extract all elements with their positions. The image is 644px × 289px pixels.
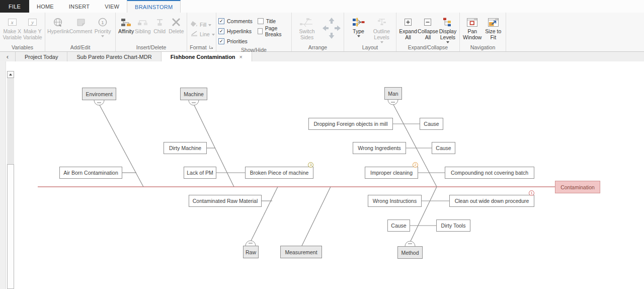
checkbox-label: Comments bbox=[227, 18, 253, 24]
close-tab-icon[interactable]: × bbox=[239, 54, 243, 60]
fishbone-category-raw[interactable]: Raw bbox=[243, 246, 259, 258]
collapse-indicator-enviroment bbox=[94, 100, 104, 105]
tab-view[interactable]: VIEW bbox=[97, 0, 127, 13]
make-y-variable-button[interactable]: y Make Y Variable bbox=[23, 15, 43, 40]
tab-brainstorm[interactable]: BRAINSTORM bbox=[127, 0, 181, 13]
display-levels-button[interactable]: Display Levels bbox=[438, 15, 457, 43]
fishbone-cause-dirty-machine[interactable]: Dirty Machine bbox=[164, 142, 207, 154]
dropdown-caret-icon bbox=[208, 24, 211, 26]
group-add-edit: Hyperlink Comment 1 Priority Add/Edit bbox=[45, 13, 116, 51]
arrow-down-icon bbox=[329, 33, 335, 39]
fishbone-type-icon bbox=[352, 16, 365, 28]
doc-tab-sub-pareto[interactable]: Sub Pareto Pareto Chart-MDR bbox=[67, 52, 161, 61]
fishbone-cause-contaminated-raw-material[interactable]: Contaminated Raw Material bbox=[189, 195, 262, 207]
fishbone-canvas[interactable]: Enviroment Machine Man Raw Measurement M… bbox=[0, 61, 644, 289]
tab-home[interactable]: HOME bbox=[29, 0, 61, 13]
svg-text:1: 1 bbox=[101, 20, 104, 25]
comment-button[interactable]: Comment bbox=[69, 15, 93, 34]
page-breaks-checkbox[interactable]: Page Breaks bbox=[258, 26, 289, 36]
child-icon bbox=[155, 16, 164, 28]
fishbone-cause-method-cause[interactable]: Cause bbox=[387, 220, 410, 232]
dropdown-caret-icon bbox=[212, 34, 215, 36]
checkbox-label: Title bbox=[266, 18, 276, 24]
fishbone-category-measurement[interactable]: Measurement bbox=[280, 246, 322, 258]
doc-tab-project-today[interactable]: Project Today bbox=[15, 52, 67, 61]
button-label: Pan Window bbox=[462, 28, 483, 40]
fishbone-cause-wrong-instructions[interactable]: Wrong Instructions bbox=[368, 195, 422, 207]
checkbox-box bbox=[258, 28, 263, 34]
comments-checkbox[interactable]: Comments bbox=[218, 16, 253, 26]
group-label-add-edit: Add/Edit bbox=[45, 43, 115, 51]
make-x-variable-button[interactable]: x Make X Variable bbox=[2, 15, 23, 40]
fishbone-cause-broken-piece[interactable]: Broken Piece of machine bbox=[245, 167, 313, 179]
affinity-icon bbox=[120, 16, 132, 28]
button-label: Affinity bbox=[118, 28, 134, 34]
button-label: Hyperlink bbox=[47, 28, 69, 34]
line-button[interactable]: Line bbox=[189, 29, 216, 39]
doc-tab-label: Fishbone Contamination bbox=[171, 54, 235, 60]
size-to-fit-button[interactable]: Size to Fit bbox=[483, 15, 504, 40]
line-style-icon bbox=[191, 30, 198, 38]
priority-button[interactable]: 1 Priority bbox=[92, 15, 113, 37]
expand-plus-icon bbox=[404, 16, 413, 28]
type-button[interactable]: Type bbox=[347, 15, 370, 37]
doc-tabs-spacer bbox=[252, 52, 644, 61]
ribbon-spacer bbox=[506, 13, 644, 51]
priorities-checkbox[interactable]: Priorities bbox=[218, 36, 253, 46]
expand-all-button[interactable]: Expand All bbox=[398, 15, 418, 40]
fishbone-category-method[interactable]: Method bbox=[397, 246, 423, 259]
group-label-expand-collapse: Expand/Collapse bbox=[396, 43, 459, 51]
hyperlinks-checkbox[interactable]: Hyperlinks bbox=[218, 26, 253, 36]
button-label: Size to Fit bbox=[483, 28, 504, 40]
collapse-all-button[interactable]: Collapse All bbox=[418, 15, 438, 40]
tab-file[interactable]: FILE bbox=[0, 0, 29, 13]
sibling-button[interactable]: Sibling bbox=[134, 15, 151, 34]
switch-sides-button[interactable]: Switch Sides bbox=[294, 15, 320, 40]
button-label: Make Y Variable bbox=[23, 28, 43, 40]
tab-insert[interactable]: INSERT bbox=[61, 0, 97, 13]
fishbone-cause-man-cause-2[interactable]: Cause bbox=[432, 142, 455, 154]
dropdown-caret-icon bbox=[357, 35, 360, 37]
delete-button[interactable]: Delete bbox=[168, 15, 185, 34]
pan-window-icon bbox=[466, 16, 478, 28]
fill-button[interactable]: Fill bbox=[189, 20, 213, 29]
fishbone-category-man[interactable]: Man bbox=[384, 87, 402, 100]
fishbone-cause-man-cause-1[interactable]: Cause bbox=[420, 118, 443, 130]
button-label: Collapse All bbox=[418, 28, 438, 40]
fishbone-effect-contamination[interactable]: Contamination bbox=[555, 181, 600, 193]
group-insert-delete: Affinity Sibling Child Delete I bbox=[116, 13, 187, 51]
group-variables: x Make X Variable y Make Y Variable Vari… bbox=[0, 13, 45, 51]
collapse-indicator-man bbox=[388, 100, 398, 105]
hyperlink-button[interactable]: Hyperlink bbox=[47, 15, 69, 34]
priority-badge-1: 1 bbox=[529, 190, 534, 196]
child-button[interactable]: Child bbox=[151, 15, 168, 34]
format-dialog-launcher-icon[interactable] bbox=[209, 44, 213, 51]
affinity-button[interactable]: Affinity bbox=[118, 15, 134, 34]
fishbone-cause-lack-of-pm[interactable]: Lack of PM bbox=[184, 167, 216, 179]
fishbone-cause-compounding-not-covering-batch[interactable]: Compounding not covering batch bbox=[445, 167, 534, 179]
pan-window-button[interactable]: Pan Window bbox=[462, 15, 483, 40]
fishbone-cause-air-born-contamination[interactable]: Air Born Contamination bbox=[59, 167, 122, 179]
button-label: Display Levels bbox=[438, 28, 457, 40]
fishbone-cause-wrong-ingredients[interactable]: Wrong Ingredients bbox=[353, 142, 406, 154]
fishbone-category-enviroment[interactable]: Enviroment bbox=[82, 88, 116, 100]
fishbone-cause-clean-out-wide-down[interactable]: Clean out wide down procedure bbox=[449, 195, 534, 207]
fishbone-category-machine[interactable]: Machine bbox=[180, 88, 207, 100]
collapse-indicator-raw bbox=[246, 241, 256, 246]
fishbone-cause-dropping-foreign-objects[interactable]: Dropping Foreign objects in mill bbox=[308, 118, 393, 130]
checkbox-box bbox=[258, 18, 264, 24]
doc-tabs-back-chevron[interactable]: ‹ bbox=[0, 52, 15, 61]
title-checkbox[interactable]: Title bbox=[258, 16, 289, 26]
fishbone-cause-improper-cleaning[interactable]: Improper cleaning bbox=[365, 167, 418, 179]
outline-levels-icon bbox=[376, 16, 387, 28]
button-label: Outline Levels bbox=[370, 28, 393, 40]
fishbone-cause-dirty-tools[interactable]: Dirty Tools bbox=[436, 220, 470, 232]
outline-levels-button[interactable]: Outline Levels bbox=[370, 15, 393, 43]
group-navigation: Pan Window Size to Fit Navigation bbox=[460, 13, 506, 51]
display-levels-icon bbox=[442, 16, 453, 28]
button-label: Child bbox=[153, 28, 166, 34]
doc-tab-fishbone-contamination[interactable]: Fishbone Contamination × bbox=[162, 52, 252, 61]
button-label: Make X Variable bbox=[2, 28, 23, 40]
checkbox-box bbox=[218, 28, 224, 34]
checkbox-box bbox=[218, 38, 224, 44]
